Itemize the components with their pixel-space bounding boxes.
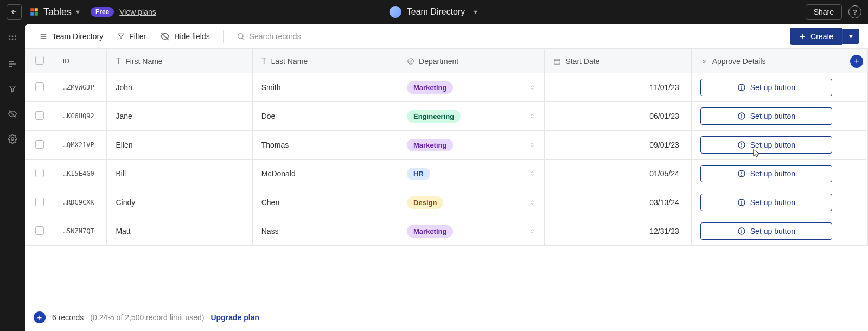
cell-date[interactable]: 06/01/23 (545, 102, 691, 131)
add-column-cell: + (841, 49, 868, 73)
cell-dept[interactable]: Design (398, 188, 545, 217)
cell-first[interactable]: John (107, 73, 252, 102)
cell-dept[interactable]: Marketing (398, 217, 545, 246)
dept-sort-icon[interactable] (529, 141, 535, 149)
cell-last[interactable]: Doe (252, 102, 398, 131)
svg-point-16 (238, 33, 242, 38)
setup-button[interactable]: Set up button (700, 136, 832, 154)
cell-first[interactable]: Ellen (107, 131, 252, 160)
svg-point-40 (741, 233, 742, 233)
setup-button[interactable]: Set up button (700, 194, 832, 211)
svg-point-31 (741, 147, 742, 147)
table-wrap: ID TFirst Name TLast Name Department Sta… (25, 49, 868, 303)
app-name[interactable]: Tables (43, 7, 72, 18)
cell-id: …KC6HQ92 (54, 102, 107, 131)
cell-first[interactable]: Bill (107, 160, 252, 188)
dept-sort-icon[interactable] (529, 84, 535, 91)
filter-rail-icon[interactable] (7, 84, 18, 94)
cell-last[interactable]: McDonald (252, 160, 398, 188)
svg-point-20 (408, 58, 414, 64)
toolbar: Team Directory Filter Hide fields Create… (25, 24, 868, 49)
record-count: 6 records (52, 313, 84, 322)
header-checkbox[interactable] (25, 49, 54, 73)
cell-last[interactable]: Chen (252, 188, 398, 217)
app-caret-icon[interactable]: ▼ (75, 9, 81, 15)
svg-point-4 (9, 35, 10, 37)
button-type-icon (700, 58, 708, 65)
settings-icon[interactable] (7, 133, 18, 144)
row-checkbox[interactable] (25, 188, 54, 217)
cell-date[interactable]: 01/05/24 (545, 160, 691, 188)
apps-icon[interactable] (7, 34, 18, 44)
table-row[interactable]: …QMX21VPEllenThomasMarketing09/01/23Set … (25, 131, 868, 160)
row-checkbox[interactable] (25, 131, 54, 160)
doc-caret-icon[interactable]: ▼ (473, 9, 478, 15)
cell-date[interactable]: 09/01/23 (545, 131, 691, 160)
cell-id: …ZMVWGJP (54, 73, 107, 102)
doc-title: Team Directory (407, 7, 465, 17)
create-caret-button[interactable]: ▼ (842, 29, 859, 44)
cell-last[interactable]: Nass (252, 217, 398, 246)
cell-dept[interactable]: Engineering (398, 102, 545, 131)
cell-approve: Set up button (691, 102, 841, 131)
table-row[interactable]: …KC6HQ92JaneDoeEngineering06/01/23Set up… (25, 102, 868, 131)
cell-first[interactable]: Cindy (107, 188, 252, 217)
setup-button[interactable]: Set up button (700, 79, 832, 96)
hide-rail-icon[interactable] (7, 109, 18, 119)
hide-fields-button[interactable]: Hide fields (155, 28, 215, 44)
filter-button[interactable]: Filter (112, 29, 151, 44)
row-checkbox[interactable] (25, 217, 54, 246)
col-id-label: ID (63, 58, 69, 65)
cell-first[interactable]: Jane (107, 102, 252, 131)
create-button[interactable]: Create (790, 28, 842, 45)
data-table: ID TFirst Name TLast Name Department Sta… (25, 49, 868, 246)
help-icon[interactable]: ? (848, 5, 861, 18)
cell-last[interactable]: Smith (252, 73, 398, 102)
cell-date[interactable]: 03/13/24 (545, 188, 691, 217)
add-column-button[interactable]: + (850, 55, 863, 68)
table-row[interactable]: …RDG9CXKCindyChenDesign03/13/24Set up bu… (25, 188, 868, 217)
dept-sort-icon[interactable] (529, 112, 535, 120)
setup-button[interactable]: Set up button (700, 107, 832, 125)
search-wrap (231, 29, 342, 44)
table-row[interactable]: …ZMVWGJPJohnSmithMarketing11/01/23Set up… (25, 73, 868, 102)
cell-dept[interactable]: Marketing (398, 131, 545, 160)
view-selector[interactable]: Team Directory (34, 29, 108, 44)
cell-approve: Set up button (691, 160, 841, 188)
cell-dept[interactable]: HR (398, 160, 545, 188)
setup-button[interactable]: Set up button (700, 222, 832, 240)
setup-button[interactable]: Set up button (700, 165, 832, 182)
header-row: ID TFirst Name TLast Name Department Sta… (25, 49, 868, 73)
back-button[interactable] (7, 4, 22, 20)
cell-id: …5NZN7QT (54, 217, 107, 246)
dept-sort-icon[interactable] (529, 227, 535, 235)
cell-date[interactable]: 12/31/23 (545, 217, 691, 246)
row-checkbox[interactable] (25, 160, 54, 188)
svg-point-6 (15, 35, 16, 37)
doc-title-group[interactable]: Team Directory ▼ (390, 6, 478, 18)
row-checkbox[interactable] (25, 73, 54, 102)
col-last-label: Last Name (271, 57, 308, 66)
cell-first[interactable]: Matt (107, 217, 252, 246)
search-icon (237, 32, 245, 41)
footer: + 6 records (0.24% of 2,500 record limit… (25, 303, 868, 331)
cell-id: …K15E4G0 (54, 160, 107, 188)
upgrade-link[interactable]: Upgrade plan (210, 313, 259, 322)
cell-dept[interactable]: Marketing (398, 73, 545, 102)
cell-approve: Set up button (691, 131, 841, 160)
add-row-button[interactable]: + (34, 311, 46, 323)
cell-date[interactable]: 11/01/23 (545, 73, 691, 102)
table-row[interactable]: …K15E4G0BillMcDonaldHR01/05/24Set up but… (25, 160, 868, 188)
cell-id: …QMX21VP (54, 131, 107, 160)
cell-last[interactable]: Thomas (252, 131, 398, 160)
select-type-icon (407, 58, 414, 65)
flow-icon[interactable] (7, 59, 18, 69)
search-input[interactable] (250, 32, 336, 41)
dept-sort-icon[interactable] (529, 170, 535, 177)
share-button[interactable]: Share (806, 4, 842, 20)
view-plans-link[interactable]: View plans (119, 8, 156, 16)
table-row[interactable]: …5NZN7QTMattNassMarketing12/31/23Set up … (25, 217, 868, 246)
col-first-label: First Name (125, 57, 162, 66)
dept-sort-icon[interactable] (529, 199, 535, 206)
row-checkbox[interactable] (25, 102, 54, 131)
